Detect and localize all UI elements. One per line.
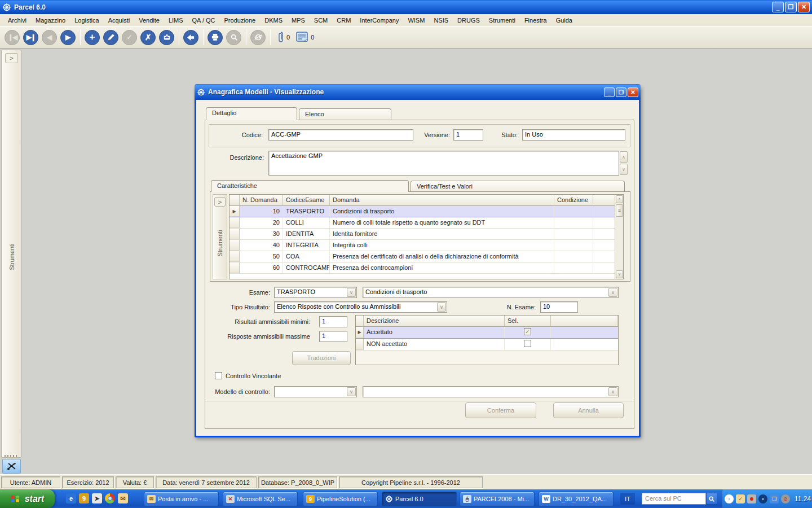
- versione-field[interactable]: 1: [453, 129, 483, 141]
- risultati-minimi-field[interactable]: 1: [319, 316, 347, 327]
- menu-logistica[interactable]: Logistica: [70, 15, 103, 25]
- controllo-vincolante-checkbox[interactable]: [215, 372, 222, 379]
- save-button[interactable]: [159, 30, 174, 45]
- add-button[interactable]: +: [85, 30, 100, 45]
- tools-button[interactable]: [2, 459, 21, 474]
- dropdown-icon[interactable]: ∨: [437, 303, 446, 312]
- start-button[interactable]: start: [0, 489, 55, 508]
- tab-verifica-test-valori[interactable]: Verifica/Test e Valori: [411, 181, 625, 192]
- grid-row[interactable]: ▶ 10 TRASPORTO Condizioni di trasporto: [230, 206, 623, 217]
- minimize-button[interactable]: _: [772, 2, 784, 12]
- menu-drugs[interactable]: DRUGS: [453, 15, 484, 25]
- tab-elenco[interactable]: Elenco: [299, 108, 391, 120]
- print-button[interactable]: [208, 30, 223, 45]
- answers-header-sel[interactable]: Sel.: [505, 316, 551, 327]
- grid-row[interactable]: 40 INTEGRITA Integrità colli: [230, 240, 623, 251]
- traduzioni-button[interactable]: Traduzioni: [292, 351, 351, 365]
- menu-qaqc[interactable]: QA / QC: [188, 15, 220, 25]
- stato-field[interactable]: In Uso: [522, 129, 625, 141]
- descrizione-scroll-down[interactable]: ∨: [620, 164, 628, 175]
- menu-vendite[interactable]: Vendite: [134, 15, 164, 25]
- task-parcel[interactable]: Parcel 6.0: [382, 492, 457, 506]
- quicklaunch-mail-icon[interactable]: ✉: [118, 493, 128, 503]
- conferma-button[interactable]: Conferma: [465, 402, 536, 418]
- grid-header-domanda[interactable]: Domanda: [330, 195, 554, 206]
- quicklaunch-ie-icon[interactable]: e: [66, 493, 76, 503]
- esame-description-combo[interactable]: Condizioni di trasporto ∨: [363, 287, 619, 298]
- edit-button[interactable]: [103, 30, 118, 45]
- tray-server-icon[interactable]: [747, 494, 756, 503]
- grid-vertical-scrollbar[interactable]: ∧ ≡ ∨: [615, 195, 623, 279]
- annulla-button[interactable]: Annulla: [553, 402, 624, 418]
- menu-wism[interactable]: WISM: [403, 15, 429, 25]
- task-microsoft-sql[interactable]: ✕ Microsoft SQL Se...: [223, 492, 298, 506]
- modello-controllo-code-combo[interactable]: ∨: [274, 386, 357, 397]
- dialog-titlebar[interactable]: Anagrafica Modelli - Visualizzazione _ ❐…: [195, 84, 641, 100]
- menu-finestra[interactable]: Finestra: [520, 15, 551, 25]
- grid-row[interactable]: 60 CONTROCAMP Presenza dei controcampion…: [230, 262, 623, 274]
- menu-guida[interactable]: Guida: [551, 15, 577, 25]
- paperclip-icon[interactable]: [277, 31, 285, 43]
- task-pipelinesolution[interactable]: 9 PipelineSolution (...: [303, 492, 378, 506]
- tipo-risultato-combo[interactable]: Elenco Risposte con Controllo su Ammissi…: [274, 301, 447, 313]
- grid-header-n-domanda[interactable]: N. Domanda: [240, 195, 283, 206]
- n-esame-field[interactable]: 10: [540, 301, 578, 313]
- hide-icons-chevron[interactable]: ‹: [725, 494, 734, 503]
- quicklaunch-pointer-icon[interactable]: ➤: [92, 493, 102, 503]
- dialog-close-button[interactable]: ✕: [628, 87, 638, 97]
- menu-nsis[interactable]: NSIS: [429, 15, 453, 25]
- cancel-button[interactable]: ✗: [140, 30, 156, 45]
- menu-lims[interactable]: LIMS: [164, 15, 188, 25]
- desktop-search-input[interactable]: Cerca sul PC: [642, 493, 706, 505]
- scroll-down-icon[interactable]: ∨: [616, 270, 623, 278]
- grid-row[interactable]: 20 COLLI Numero di colli totale rispetto…: [230, 217, 623, 229]
- dropdown-icon[interactable]: ∨: [347, 288, 356, 297]
- dropdown-icon[interactable]: ∨: [608, 288, 617, 297]
- menu-archivi[interactable]: Archivi: [3, 15, 31, 25]
- task-posta-in-arrivo[interactable]: ✉ Posta in arrivo - ...: [144, 492, 219, 506]
- modello-controllo-description-combo[interactable]: ∨: [363, 386, 619, 397]
- answer-checkbox[interactable]: ✓: [524, 328, 531, 335]
- menu-scm[interactable]: SCM: [310, 15, 332, 25]
- last-record-button[interactable]: ▶❙: [23, 30, 38, 45]
- menu-produzione[interactable]: Produzione: [220, 15, 261, 25]
- tray-globe-icon[interactable]: ◗: [758, 494, 767, 503]
- restore-button[interactable]: ❐: [785, 2, 797, 12]
- menu-intercompany[interactable]: InterCompany: [355, 15, 403, 25]
- esame-code-combo[interactable]: TRASPORTO ∨: [274, 287, 357, 298]
- answer-row[interactable]: NON accettato: [356, 339, 618, 351]
- scroll-thumb[interactable]: ≡: [616, 204, 623, 217]
- menu-mps[interactable]: MPS: [287, 15, 310, 25]
- grid-row[interactable]: 50 COA Presenza del certificato di anali…: [230, 251, 623, 262]
- descrizione-field[interactable]: Accettazione GMP: [268, 151, 619, 176]
- grid-header-codice-esame[interactable]: CodiceEsame: [283, 195, 330, 206]
- menu-magazzino[interactable]: Magazzino: [31, 15, 70, 25]
- scroll-up-icon[interactable]: ∧: [616, 195, 623, 203]
- codice-field[interactable]: ACC-GMP: [268, 129, 413, 141]
- dropdown-icon[interactable]: ∨: [347, 387, 356, 396]
- grid-header-condizione[interactable]: Condizione: [554, 195, 593, 206]
- inner-sidebar-expand-button[interactable]: >: [214, 197, 226, 207]
- answers-header-descrizione[interactable]: Descrizione: [364, 316, 505, 327]
- next-record-button[interactable]: ▶: [60, 30, 76, 45]
- quicklaunch-chrome-icon[interactable]: [105, 493, 115, 503]
- tab-dettaglio[interactable]: Dettaglio: [206, 107, 297, 120]
- answer-row[interactable]: ▶ Accettato ✓: [356, 327, 618, 339]
- quicklaunch-vfp-icon[interactable]: 9: [79, 493, 89, 503]
- task-dr30-document[interactable]: W DR_30_2012_QA...: [539, 492, 614, 506]
- menu-strumenti[interactable]: Strumenti: [484, 15, 520, 25]
- tab-caratteristiche[interactable]: Caratteristiche: [211, 180, 409, 192]
- menu-crm[interactable]: CRM: [332, 15, 355, 25]
- dialog-maximize-button[interactable]: ❐: [616, 87, 626, 97]
- tray-network-icon[interactable]: ❒: [770, 494, 779, 503]
- dialog-minimize-button[interactable]: _: [604, 87, 615, 97]
- risposte-massime-field[interactable]: 1: [319, 331, 347, 342]
- answer-checkbox[interactable]: [524, 340, 531, 347]
- close-button[interactable]: ✕: [798, 2, 810, 12]
- search-go-button[interactable]: [706, 493, 717, 505]
- descrizione-scroll-up[interactable]: ∧: [620, 151, 628, 163]
- menu-acquisti[interactable]: Acquisti: [104, 15, 135, 25]
- grid-row[interactable]: 30 IDENTITA Identita fornitore: [230, 229, 623, 240]
- sidebar-expand-button[interactable]: >: [5, 53, 18, 63]
- dropdown-icon[interactable]: ∨: [608, 387, 617, 396]
